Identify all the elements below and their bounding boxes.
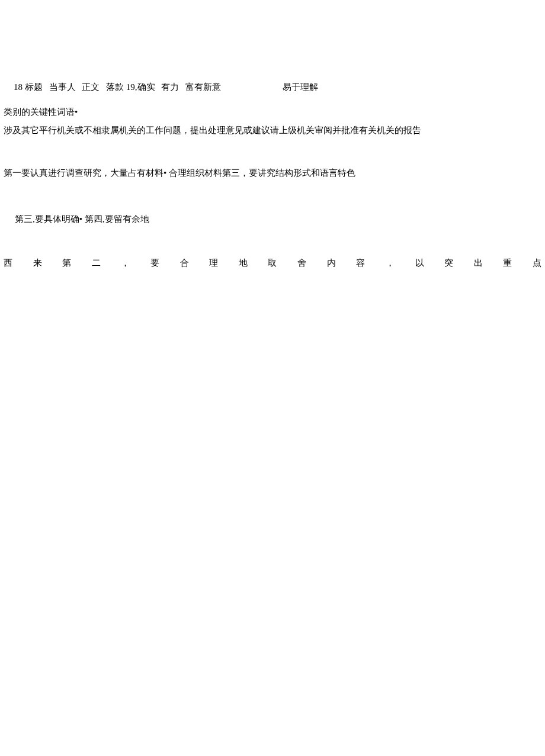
text-segment: 富有新意: [185, 82, 221, 93]
char: 取: [268, 258, 277, 269]
char: 重: [503, 258, 512, 269]
char: 西: [4, 258, 12, 269]
text-line-1: 18 标题 当事人 正文 落款 19,确实 有力 富有新意 易于理解: [14, 82, 318, 93]
char: 内: [327, 258, 336, 269]
text-line-2: 类别的关键性词语•: [4, 107, 78, 118]
text-segment: 易于理解: [283, 82, 318, 93]
char: 点: [533, 258, 541, 269]
text-line-5: 第三,要具体明确• 第四,要留有余地: [15, 214, 149, 225]
char: ，: [386, 258, 395, 269]
char: 出: [474, 258, 483, 269]
char: 来: [33, 258, 42, 269]
text-segment: 有力: [161, 82, 179, 93]
text-segment: 正文: [82, 82, 100, 93]
text-segment: 18 标题: [14, 82, 43, 93]
char: 理: [209, 258, 218, 269]
text-segment: 当事人: [49, 82, 76, 93]
char: 第: [62, 258, 71, 269]
char: 合: [180, 258, 189, 269]
text-line-3: 涉及其它平行机关或不相隶属机关的工作问题，提出处理意见或建议请上级机关审阅并批准…: [4, 125, 421, 136]
text-line-4: 第一要认真进行调查研究，大量占有材料• 合理组织材料第三，要讲究结构形式和语言特…: [4, 168, 355, 179]
char: ，: [121, 258, 130, 269]
char: 以: [415, 258, 424, 269]
char: 二: [92, 258, 101, 269]
text-line-6-justified: 西 来 第 二 ， 要 合 理 地 取 舍 内 容 ， 以 突 出 重 点: [4, 258, 541, 269]
text-segment: 落款 19,确实: [106, 82, 155, 93]
char: 要: [150, 258, 159, 269]
char: 舍: [297, 258, 306, 269]
char: 突: [444, 258, 453, 269]
char: 地: [239, 258, 248, 269]
char: 容: [356, 258, 365, 269]
